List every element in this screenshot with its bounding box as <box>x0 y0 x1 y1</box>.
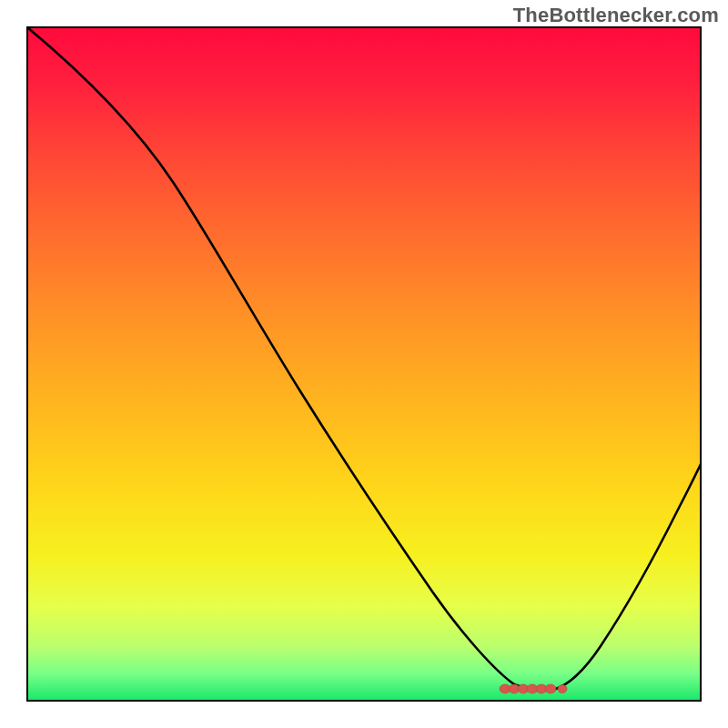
chart-container: TheBottlenecker.com <box>0 0 728 728</box>
bottleneck-curve-plot <box>0 0 728 728</box>
gradient-background <box>27 27 701 701</box>
svg-point-5 <box>545 684 556 693</box>
plot-area <box>27 27 701 701</box>
svg-point-6 <box>558 685 567 693</box>
